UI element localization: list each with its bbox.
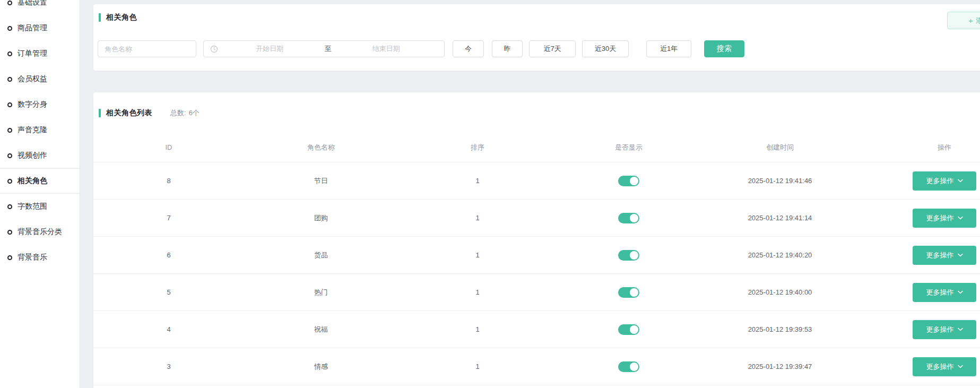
role-name-input[interactable] [98, 40, 196, 57]
visibility-toggle[interactable] [618, 176, 639, 186]
filter-card: 相关角色 开始日期 至 结束日期 今 昨 近7天 近30天 近1年 搜索 + 添… [93, 4, 980, 71]
more-actions-button[interactable]: 更多操作 [913, 246, 976, 265]
menu-circle-icon [7, 77, 12, 82]
cell-created: 2025-01-12 19:39:47 [700, 363, 860, 370]
cell-created: 2025-01-12 19:41:14 [700, 214, 860, 222]
total-label: 总数: [170, 108, 186, 118]
sidebar-item-label: 背景音乐 [18, 253, 47, 262]
cell-name: 团购 [244, 213, 398, 223]
menu-circle-icon [7, 1, 12, 5]
cell-id: 5 [93, 288, 244, 296]
more-actions-label: 更多操作 [926, 288, 954, 297]
sidebar-item[interactable]: 背景音乐 [0, 245, 80, 270]
filter-card-header: 相关角色 [99, 10, 137, 25]
sidebar-item[interactable]: 声音克隆 [0, 117, 80, 143]
cell-created: 2025-01-12 19:40:20 [700, 251, 860, 259]
sidebar-item[interactable]: 视频创作 [0, 143, 80, 168]
toggle-knob [630, 288, 638, 297]
date-range-picker[interactable]: 开始日期 至 结束日期 [203, 40, 445, 57]
more-actions-label: 更多操作 [926, 325, 954, 334]
roles-table: ID 角色名称 排序 是否显示 创建时间 操作 8 节日 1 2025-01-1… [93, 133, 980, 385]
end-date-placeholder: 结束日期 [335, 44, 438, 54]
sidebar: 基础设置 商品管理 订单管理 会员权益 数字分身 [0, 0, 80, 388]
column-header-sort: 排序 [398, 143, 557, 152]
table-card: 相关角色列表 总数: 6个 ID 角色名称 排序 是否显示 创建时间 操作 8 … [93, 92, 980, 388]
cell-created: 2025-01-12 19:41:46 [700, 177, 860, 185]
search-button[interactable]: 搜索 [704, 40, 744, 57]
column-header-id: ID [93, 143, 244, 151]
sidebar-item-label: 字数范围 [18, 202, 47, 211]
cell-id: 4 [93, 325, 244, 333]
visibility-toggle[interactable] [618, 287, 639, 298]
toggle-knob [630, 177, 638, 185]
chevron-down-icon [958, 327, 963, 331]
quick-yesterday-button[interactable]: 昨 [492, 40, 523, 57]
toggle-knob [630, 214, 638, 222]
more-actions-label: 更多操作 [926, 362, 954, 372]
cell-sort: 1 [398, 363, 557, 370]
quick-last30-button[interactable]: 近30天 [582, 40, 629, 57]
quick-last7-button[interactable]: 近7天 [529, 40, 576, 57]
menu-circle-icon [7, 204, 12, 209]
cell-sort: 1 [398, 214, 557, 222]
toggle-knob [630, 251, 638, 260]
cell-sort: 1 [398, 251, 557, 259]
sidebar-item[interactable]: 会员权益 [0, 66, 80, 92]
cell-id: 6 [93, 251, 244, 259]
cell-name: 情感 [244, 362, 398, 372]
filter-card-title: 相关角色 [106, 13, 137, 22]
quick-today-button[interactable]: 今 [453, 40, 484, 57]
cell-name: 祝福 [244, 325, 398, 334]
toggle-knob [630, 363, 638, 371]
more-actions-button[interactable]: 更多操作 [913, 283, 976, 302]
add-button-label: 添加 [976, 16, 980, 25]
table-card-title: 相关角色列表 [106, 108, 152, 118]
sidebar-item[interactable]: 相关角色 [0, 168, 80, 194]
sidebar-item[interactable]: 订单管理 [0, 41, 80, 66]
more-actions-label: 更多操作 [926, 176, 954, 186]
cell-id: 3 [93, 363, 244, 370]
visibility-toggle[interactable] [618, 324, 639, 335]
sidebar-item-label: 数字分身 [18, 100, 47, 109]
menu-circle-icon [7, 102, 12, 107]
more-actions-button[interactable]: 更多操作 [913, 320, 976, 339]
visibility-toggle[interactable] [618, 361, 639, 372]
cell-created: 2025-01-12 19:40:00 [700, 288, 860, 296]
table-row: 6 货品 1 2025-01-12 19:40:20 更多操作 [93, 237, 980, 274]
date-separator: 至 [322, 44, 335, 54]
cell-name: 货品 [244, 251, 398, 260]
quick-last365-button[interactable]: 近1年 [646, 40, 691, 57]
sidebar-item[interactable]: 数字分身 [0, 92, 80, 117]
sidebar-item[interactable]: 商品管理 [0, 15, 80, 41]
cell-sort: 1 [398, 325, 557, 333]
chevron-down-icon [958, 365, 963, 368]
sidebar-item-label: 订单管理 [18, 49, 47, 58]
sidebar-menu: 基础设置 商品管理 订单管理 会员权益 数字分身 [0, 0, 80, 270]
table-row: 5 热门 1 2025-01-12 19:40:00 更多操作 [93, 274, 980, 311]
menu-circle-icon [7, 26, 12, 31]
chevron-down-icon [958, 179, 963, 183]
cell-sort: 1 [398, 177, 557, 185]
sidebar-item[interactable]: 背景音乐分类 [0, 219, 80, 245]
sidebar-item[interactable]: 基础设置 [0, 0, 80, 15]
sidebar-item[interactable]: 字数范围 [0, 194, 80, 219]
chevron-down-icon [958, 290, 963, 294]
more-actions-button[interactable]: 更多操作 [913, 357, 976, 376]
chevron-down-icon [958, 216, 963, 220]
section-accent-bar [99, 13, 101, 22]
table-card-header: 相关角色列表 总数: 6个 [99, 105, 200, 121]
add-button[interactable]: + 添加 [947, 12, 980, 29]
cell-name: 热门 [244, 288, 398, 297]
more-actions-button[interactable]: 更多操作 [913, 209, 976, 228]
more-actions-button[interactable]: 更多操作 [913, 171, 976, 191]
column-header-created: 创建时间 [700, 143, 860, 152]
visibility-toggle[interactable] [618, 250, 639, 261]
sidebar-item-label: 会员权益 [18, 74, 47, 84]
visibility-toggle[interactable] [618, 213, 639, 223]
sidebar-item-label: 视频创作 [18, 151, 47, 160]
more-actions-label: 更多操作 [926, 213, 954, 223]
total-value: 6个 [189, 108, 200, 118]
cell-created: 2025-01-12 19:39:53 [700, 325, 860, 333]
total-count: 总数: 6个 [170, 108, 200, 118]
sidebar-item-label: 背景音乐分类 [18, 227, 62, 237]
